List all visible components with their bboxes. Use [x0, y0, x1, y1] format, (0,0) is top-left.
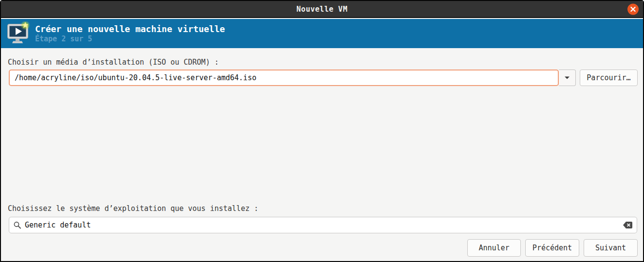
cancel-button[interactable]: Annuler — [467, 239, 521, 257]
close-button[interactable] — [627, 3, 639, 15]
close-icon — [630, 6, 636, 12]
titlebar[interactable]: Nouvelle VM — [1, 1, 643, 18]
clear-entry-icon[interactable] — [623, 221, 633, 229]
new-vm-icon — [7, 21, 30, 46]
new-vm-dialog: Nouvelle VM C — [0, 0, 644, 262]
wizard-title: Créer une nouvelle machine virtuelle — [35, 24, 225, 35]
wizard-header: Créer une nouvelle machine virtuelle Éta… — [1, 19, 643, 48]
wizard-header-text: Créer une nouvelle machine virtuelle Éta… — [35, 24, 225, 43]
next-button[interactable]: Suivant — [584, 239, 638, 257]
chevron-down-icon — [565, 76, 570, 79]
media-label: Choisir un média d’installation (ISO ou … — [8, 58, 219, 67]
os-label: Choisissez le système d’exploitation que… — [8, 204, 258, 213]
iso-path-dropdown-button[interactable] — [559, 70, 576, 86]
iso-path-input[interactable] — [9, 70, 559, 86]
os-search-input[interactable] — [9, 217, 637, 233]
browse-button[interactable]: Parcourir… — [580, 70, 638, 86]
window-title: Nouvelle VM — [296, 5, 348, 14]
wizard-step-indicator: Étape 2 sur 5 — [35, 35, 225, 43]
back-button[interactable]: Précédent — [525, 239, 579, 257]
os-search-field — [9, 217, 637, 233]
